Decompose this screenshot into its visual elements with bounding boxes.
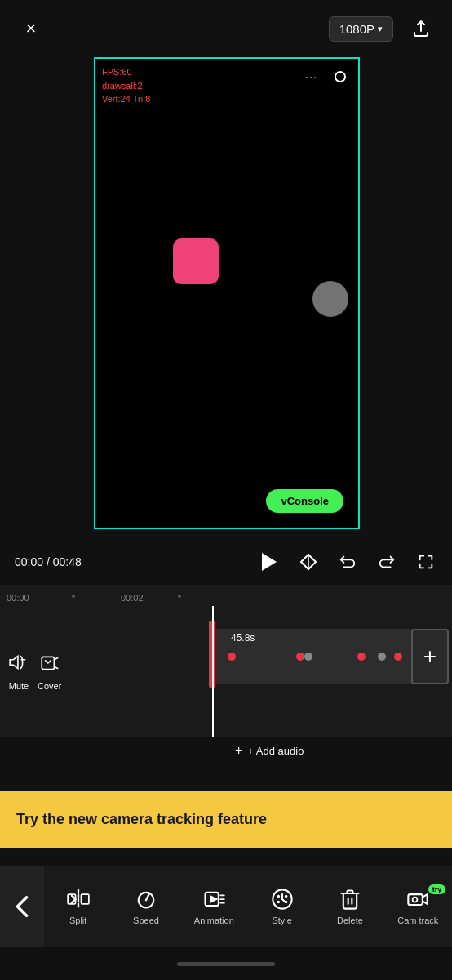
cover-label: Cover xyxy=(38,681,61,691)
mute-label: Mute xyxy=(9,681,29,691)
play-icon xyxy=(262,553,277,571)
ruler-time-0: 00:00 xyxy=(7,593,29,603)
redo-button[interactable] xyxy=(375,550,398,573)
cam-track-label: Cam track xyxy=(397,915,438,925)
vconsole-button[interactable]: vConsole xyxy=(266,489,343,513)
play-button[interactable] xyxy=(255,549,281,575)
toolbar-item-animation[interactable]: Animation xyxy=(189,888,238,925)
svg-point-25 xyxy=(413,898,418,902)
playback-controls xyxy=(255,549,437,575)
clip-keyframe-dot xyxy=(394,653,402,661)
undo-icon xyxy=(339,553,357,571)
header-right: 1080P ▾ xyxy=(329,14,436,43)
add-audio-button[interactable]: + + Add audio xyxy=(227,738,312,763)
svg-point-18 xyxy=(277,895,280,898)
fullscreen-button[interactable] xyxy=(414,550,437,573)
clip-keyframe-dot xyxy=(357,653,366,661)
clip-bar[interactable]: 45.8s xyxy=(212,629,419,684)
toolbar-item-split[interactable]: Split xyxy=(54,888,103,925)
style-icon xyxy=(271,888,294,911)
ruler-dot-1 xyxy=(72,595,75,598)
ruler-time-1: 00:02 xyxy=(121,593,144,603)
bottom-safe-area xyxy=(0,947,452,980)
record-button[interactable] xyxy=(329,65,352,88)
timeline-area: Mute Cover 45.8s xyxy=(0,606,452,737)
banner-text: Try the new camera tracking feature xyxy=(16,811,267,828)
delete-label: Delete xyxy=(337,915,363,925)
export-button[interactable] xyxy=(406,14,436,43)
svg-rect-11 xyxy=(81,894,88,904)
ruler-dot-2 xyxy=(178,595,181,598)
delete-icon xyxy=(339,888,361,911)
header: × 1080P ▾ xyxy=(0,0,452,57)
animation-icon xyxy=(202,888,225,911)
resolution-selector[interactable]: 1080P ▾ xyxy=(329,16,393,42)
timeline-ruler: 00:00 00:02 xyxy=(0,585,452,606)
split-icon xyxy=(67,888,90,911)
export-icon xyxy=(411,19,431,38)
home-indicator xyxy=(177,962,275,966)
camera-tracking-banner[interactable]: Try the new camera tracking feature xyxy=(0,791,452,848)
preview-top-controls: ··· xyxy=(299,65,352,88)
bottom-toolbar: Split Speed Animation xyxy=(0,866,452,947)
preview-object-pink-square xyxy=(173,238,219,284)
clip-duration: 45.8s xyxy=(231,632,255,644)
fullscreen-icon xyxy=(417,553,435,571)
add-clip-button[interactable]: + xyxy=(411,629,449,684)
mute-icon xyxy=(8,652,29,678)
toolbar-item-cam-track[interactable]: try Cam track xyxy=(393,888,442,925)
time-display: 00:00 / 00:48 xyxy=(15,555,82,568)
preview-object-gray-circle xyxy=(312,281,348,317)
close-button[interactable]: × xyxy=(16,14,46,43)
try-badge: try xyxy=(428,884,446,894)
svg-point-19 xyxy=(285,895,288,898)
redo-icon xyxy=(378,553,396,571)
svg-marker-2 xyxy=(10,656,18,668)
split-label: Split xyxy=(69,915,86,925)
debug-overlay: FPS:60 drawcall:2 Vert:24 Tri:8 xyxy=(102,65,150,106)
clip-keyframe-dot xyxy=(228,653,236,661)
svg-marker-14 xyxy=(211,897,217,902)
clip-keyframe-dot-gray xyxy=(304,653,312,661)
keyframe-icon xyxy=(299,552,318,572)
track-clip-area: 45.8s + xyxy=(201,606,452,737)
svg-point-20 xyxy=(277,901,280,904)
more-options-button[interactable]: ··· xyxy=(299,67,324,87)
clip-keyframe-dot-gray xyxy=(378,653,386,661)
ruler-marks: 00:00 00:02 xyxy=(7,585,445,606)
speed-label: Speed xyxy=(133,915,159,925)
cover-icon xyxy=(39,653,60,678)
keyframe-button[interactable] xyxy=(297,550,320,573)
record-icon xyxy=(335,71,346,82)
toolbar-item-delete[interactable]: Delete xyxy=(326,888,374,925)
animation-label: Animation xyxy=(194,915,234,925)
clip-keyframe-dot xyxy=(296,653,304,661)
toolbar-item-style[interactable]: Style xyxy=(258,888,307,925)
style-label: Style xyxy=(272,915,291,925)
speed-icon xyxy=(135,888,157,911)
svg-rect-24 xyxy=(409,894,423,905)
back-icon xyxy=(14,895,30,918)
toolbar-items: Split Speed Animation xyxy=(44,866,452,947)
playhead xyxy=(212,606,214,737)
undo-button[interactable] xyxy=(336,550,359,573)
playback-bar: 00:00 / 00:48 xyxy=(0,539,452,585)
track-controls: Mute Cover xyxy=(0,606,201,737)
add-audio-label: + Add audio xyxy=(247,745,304,757)
video-preview: FPS:60 drawcall:2 Vert:24 Tri:8 ··· vCon… xyxy=(94,57,360,529)
mute-button[interactable]: Mute xyxy=(8,652,29,691)
cover-button[interactable]: Cover xyxy=(38,653,61,691)
add-audio-plus-icon: + xyxy=(235,743,242,758)
toolbar-item-speed[interactable]: Speed xyxy=(122,888,171,925)
cam-track-icon xyxy=(406,888,429,911)
svg-point-21 xyxy=(285,901,288,904)
back-button[interactable] xyxy=(0,866,44,947)
